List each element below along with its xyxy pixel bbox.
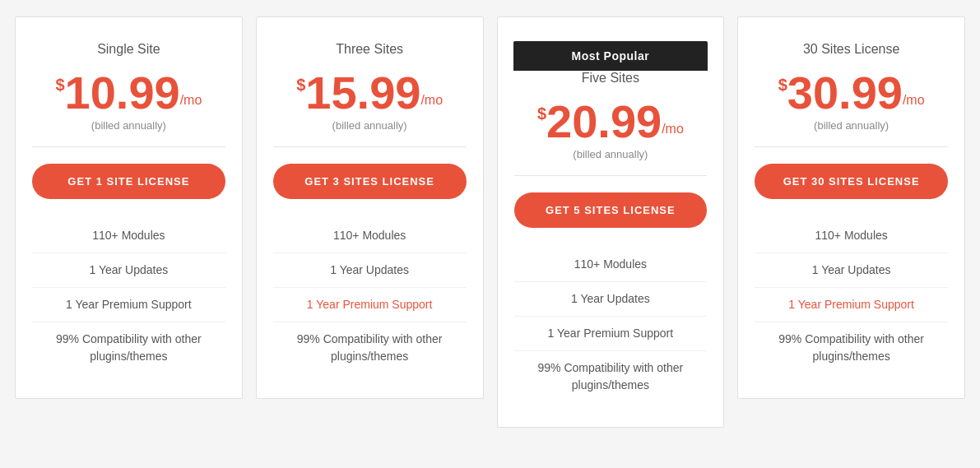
price-amount: 10.99: [65, 70, 180, 116]
price-amount: 15.99: [305, 70, 420, 116]
price-amount: 30.99: [787, 70, 903, 116]
cta-button-thirty[interactable]: GET 30 SITES LICENSE: [755, 164, 948, 199]
feature-item: 1 Year Premium Support: [514, 317, 708, 351]
price-per: /mo: [903, 93, 925, 108]
feature-item: 1 Year Updates: [514, 282, 708, 317]
price-per: /mo: [180, 93, 202, 108]
features-list: 110+ Modules1 Year Updates1 Year Premium…: [755, 219, 948, 373]
features-list: 110+ Modules1 Year Updates1 Year Premium…: [514, 248, 708, 402]
price-billed: (billed annually): [273, 119, 467, 132]
feature-item: 99% Compatibility with other plugins/the…: [514, 351, 708, 402]
pricing-card-five: Most Popular Five Sites $ 20.99 /mo (bil…: [497, 16, 725, 428]
price-dollar: $: [296, 76, 305, 93]
price-per: /mo: [662, 122, 684, 137]
price-billed: (billed annually): [32, 119, 225, 132]
card-title: Five Sites: [514, 71, 708, 86]
feature-item: 1 Year Premium Support: [32, 288, 225, 322]
cta-button-five[interactable]: GET 5 SITES LICENSE: [514, 192, 708, 228]
feature-item: 1 Year Premium Support: [755, 288, 948, 322]
pricing-container: Single Site $ 10.99 /mo (billed annually…: [8, 16, 972, 428]
feature-item: 99% Compatibility with other plugins/the…: [32, 322, 225, 373]
price-block: $ 15.99 /mo: [273, 70, 467, 116]
feature-item: 99% Compatibility with other plugins/the…: [755, 322, 948, 373]
feature-item: 1 Year Updates: [755, 253, 948, 288]
card-title: Single Site: [32, 42, 225, 57]
divider: [514, 175, 708, 176]
price-dollar: $: [55, 76, 64, 93]
price-dollar: $: [778, 76, 787, 93]
cta-button-three[interactable]: GET 3 SITES LICENSE: [273, 164, 467, 199]
feature-item: 1 Year Updates: [273, 253, 467, 288]
feature-item: 110+ Modules: [273, 219, 467, 253]
price-block: $ 30.99 /mo: [755, 70, 948, 116]
cta-button-single[interactable]: GET 1 SITE LICENSE: [32, 164, 225, 199]
feature-item: 1 Year Premium Support: [273, 288, 467, 322]
price-billed: (billed annually): [755, 119, 948, 132]
divider: [273, 146, 467, 147]
divider: [32, 146, 225, 147]
features-list: 110+ Modules1 Year Updates1 Year Premium…: [32, 219, 225, 373]
feature-item: 1 Year Updates: [32, 253, 225, 288]
price-billed: (billed annually): [514, 148, 708, 160]
pricing-card-thirty: 30 Sites License $ 30.99 /mo (billed ann…: [737, 16, 965, 399]
card-title: Three Sites: [273, 42, 467, 57]
price-block: $ 20.99 /mo: [514, 99, 708, 145]
divider: [755, 146, 948, 147]
features-list: 110+ Modules1 Year Updates1 Year Premium…: [273, 219, 467, 373]
card-title: 30 Sites License: [755, 42, 948, 57]
feature-item: 99% Compatibility with other plugins/the…: [273, 322, 467, 373]
pricing-card-three: Three Sites $ 15.99 /mo (billed annually…: [256, 16, 484, 399]
feature-item: 110+ Modules: [32, 219, 225, 253]
pricing-card-single: Single Site $ 10.99 /mo (billed annually…: [15, 16, 243, 399]
price-amount: 20.99: [546, 99, 662, 145]
price-block: $ 10.99 /mo: [32, 70, 225, 116]
price-per: /mo: [420, 93, 443, 108]
popular-badge: Most Popular: [513, 41, 708, 71]
price-dollar: $: [537, 105, 546, 122]
feature-item: 110+ Modules: [755, 219, 948, 253]
feature-item: 110+ Modules: [514, 248, 708, 282]
